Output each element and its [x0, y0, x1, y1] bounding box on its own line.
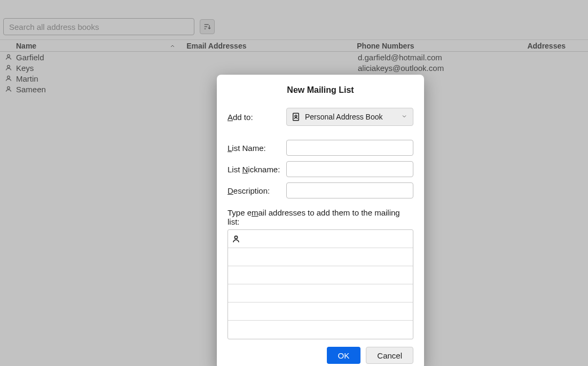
- description-input[interactable]: [286, 182, 413, 198]
- cancel-button[interactable]: Cancel: [366, 347, 413, 364]
- address-book-icon: [291, 112, 301, 122]
- new-mailing-list-dialog: New Mailing List Add to: Personal Addres…: [217, 75, 424, 366]
- chevron-down-icon: [401, 113, 407, 121]
- description-label: Description:: [228, 186, 286, 195]
- svg-point-8: [295, 115, 297, 117]
- email-row[interactable]: [228, 303, 413, 321]
- person-icon: [231, 234, 241, 244]
- list-name-label: List Name:: [228, 144, 286, 153]
- list-nickname-label: List Nickname:: [228, 165, 286, 174]
- ok-button[interactable]: OK: [327, 347, 361, 364]
- dialog-title: New Mailing List: [228, 85, 413, 95]
- email-row[interactable]: [228, 248, 413, 266]
- email-row[interactable]: [228, 266, 413, 284]
- email-row[interactable]: [228, 284, 413, 303]
- address-book-app: Name Email Addresses Phone Numbers Addre…: [0, 0, 588, 366]
- email-address-list: [228, 229, 413, 339]
- email-row[interactable]: [228, 321, 413, 339]
- add-to-select[interactable]: Personal Address Book: [286, 108, 413, 126]
- list-name-input[interactable]: [286, 140, 413, 156]
- add-to-value: Personal Address Book: [305, 113, 383, 121]
- list-nickname-input[interactable]: [286, 161, 413, 177]
- svg-point-9: [234, 236, 237, 238]
- email-instruction: Type email addresses to add them to the …: [228, 208, 413, 226]
- email-row[interactable]: [228, 230, 413, 248]
- dialog-buttons: OK Cancel: [228, 347, 413, 364]
- add-to-label: Add to:: [228, 113, 286, 122]
